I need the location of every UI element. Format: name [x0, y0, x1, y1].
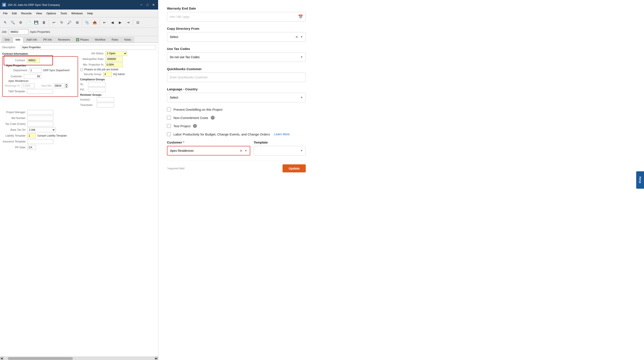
toolbar-delete[interactable]: 🗑: [40, 19, 48, 26]
start-mth-down[interactable]: ▼: [65, 86, 68, 88]
insurance-template-label: Insurance Template:: [2, 140, 26, 143]
toolbar-attach[interactable]: 📎: [83, 19, 91, 26]
scroll-right-arrow[interactable]: ▶: [154, 357, 158, 360]
copy-directory-from-dropdown[interactable]: Select ✕ ▼: [167, 32, 306, 42]
toolbar-next[interactable]: ▶: [116, 19, 124, 26]
po-input[interactable]: [88, 87, 106, 92]
tab-reviewers[interactable]: Reviewers: [55, 37, 73, 42]
minimize-button[interactable]: ─: [139, 3, 144, 7]
customer-id-input[interactable]: [24, 74, 41, 79]
toolbar-new[interactable]: ✎: [1, 19, 9, 26]
pr-state-label: PR State:: [2, 146, 26, 149]
job-input[interactable]: [9, 29, 28, 35]
learn-more-link[interactable]: Learn More: [274, 132, 290, 136]
sl-input[interactable]: [88, 82, 106, 87]
markup-disc-input[interactable]: [106, 57, 123, 61]
non-commitment-costs-checkbox[interactable]: [167, 116, 171, 120]
project-manager-input[interactable]: [27, 110, 53, 115]
template-dropdown[interactable]: ▼: [254, 146, 306, 155]
prevent-overbilling-checkbox[interactable]: [167, 107, 171, 111]
toolbar-undo[interactable]: ↩: [50, 19, 58, 26]
toolbar-settings[interactable]: ⚙: [17, 19, 24, 26]
tax-code-costs-input[interactable]: [27, 122, 53, 126]
calendar-icon[interactable]: 📅: [298, 14, 303, 19]
timesheet-input[interactable]: [97, 103, 114, 107]
bid-number-input[interactable]: [27, 116, 53, 120]
toolbar-find[interactable]: 🔍: [9, 19, 16, 26]
menu-windows[interactable]: Windows: [70, 11, 84, 16]
copy-directory-clear-btn[interactable]: ✕: [295, 35, 298, 39]
customer-field-group: Customer * Apex Residences ✕ ▼: [167, 140, 250, 155]
labor-productivity-checkbox[interactable]: [167, 132, 171, 136]
toolbar-redo[interactable]: ↻: [58, 19, 65, 26]
menu-help[interactable]: Help: [86, 11, 95, 16]
toolbar-last[interactable]: ⇥: [124, 19, 132, 26]
tab-workflow[interactable]: Workflow: [92, 37, 108, 42]
toolbar-export[interactable]: 📤: [91, 19, 98, 26]
min-projection-input[interactable]: [106, 62, 123, 67]
invoices-input[interactable]: [97, 97, 114, 102]
customer-arrow-icon[interactable]: ▼: [244, 149, 247, 152]
menu-tools[interactable]: Tools: [59, 11, 69, 16]
tab-pr-info[interactable]: PR Info: [40, 37, 55, 42]
tab-phases[interactable]: ▦ Phases: [73, 37, 92, 42]
test-project-checkbox[interactable]: [167, 124, 171, 128]
tm-template-input[interactable]: [27, 89, 53, 94]
job-status-select[interactable]: 1-Open: [106, 51, 127, 56]
tab-addl-info[interactable]: Add'l Info: [24, 37, 40, 42]
insurance-template-input[interactable]: [27, 139, 53, 144]
customer-dropdown[interactable]: Apex Residences ✕ ▼: [167, 146, 250, 155]
contract-input[interactable]: [27, 58, 40, 63]
language-country-dropdown[interactable]: Select ▼: [167, 93, 306, 102]
update-button[interactable]: Update: [282, 164, 306, 172]
warranty-end-date-input[interactable]: mm / dd / yyyy 📅: [167, 12, 306, 22]
language-country-arrow-icon[interactable]: ▼: [300, 96, 303, 99]
help-tab[interactable]: Help: [636, 171, 644, 189]
toolbar-doc[interactable]: 📄: [25, 19, 32, 26]
use-tax-codes-arrow-icon[interactable]: ▼: [300, 56, 303, 59]
toolbar-zoom[interactable]: 🔎: [66, 19, 73, 26]
base-tax-on-select[interactable]: J-Job: [27, 127, 56, 132]
template-arrow-icon[interactable]: ▼: [300, 149, 303, 152]
use-tax-codes-dropdown[interactable]: Do not use Tax Codes ▼: [167, 52, 306, 62]
description-input[interactable]: [21, 45, 156, 50]
tab-grid[interactable]: Grid: [2, 37, 12, 42]
close-button[interactable]: ✕: [151, 3, 156, 7]
toolbar-save[interactable]: 💾: [32, 19, 40, 26]
maximize-button[interactable]: □: [145, 3, 150, 7]
scroll-thumb[interactable]: [8, 357, 73, 360]
toolbar-grid[interactable]: ⊞: [74, 19, 81, 26]
job-label: Job:: [2, 30, 7, 34]
toolbar-first[interactable]: ⇤: [101, 19, 108, 26]
toolbar-view-options[interactable]: ⊟: [134, 19, 142, 26]
start-mth-up[interactable]: ▲: [65, 83, 68, 86]
security-group-input[interactable]: [103, 72, 112, 77]
tab-info[interactable]: Info: [13, 37, 23, 43]
liability-template-input[interactable]: [27, 133, 36, 138]
invoices-label: Invoices:: [80, 98, 96, 101]
menu-view[interactable]: View: [34, 11, 44, 16]
menu-edit[interactable]: Edit: [10, 11, 18, 16]
retainage-input[interactable]: [22, 83, 35, 88]
non-commitment-costs-help-icon[interactable]: ?: [211, 116, 215, 120]
phases-locked-checkbox[interactable]: [80, 68, 83, 71]
menu-file[interactable]: File: [1, 11, 9, 16]
tab-roles[interactable]: Roles: [109, 37, 121, 42]
test-project-help-icon[interactable]: ?: [193, 124, 197, 128]
liability-template-name: Sampel Liability Template: [37, 134, 67, 137]
pr-state-input[interactable]: [27, 145, 36, 150]
customer-clear-btn[interactable]: ✕: [240, 149, 242, 153]
copy-directory-arrow-icon[interactable]: ▼: [300, 35, 303, 39]
start-mth-input[interactable]: [54, 84, 65, 88]
security-group-label: Security Group:: [80, 73, 102, 76]
right-footer: *required field Update: [167, 161, 306, 176]
menu-options[interactable]: Options: [45, 11, 58, 16]
quickbooks-customer-input[interactable]: [167, 73, 306, 82]
menu-records[interactable]: Records: [19, 11, 33, 16]
department-input[interactable]: [29, 68, 42, 73]
start-mth-spinbox[interactable]: ▲ ▼: [54, 83, 68, 88]
scroll-left-arrow[interactable]: ◀: [0, 357, 4, 360]
horizontal-scrollbar[interactable]: ◀ ▶: [0, 356, 158, 360]
tab-notes[interactable]: Notes: [122, 37, 134, 42]
toolbar-prev[interactable]: ◀: [109, 19, 116, 26]
